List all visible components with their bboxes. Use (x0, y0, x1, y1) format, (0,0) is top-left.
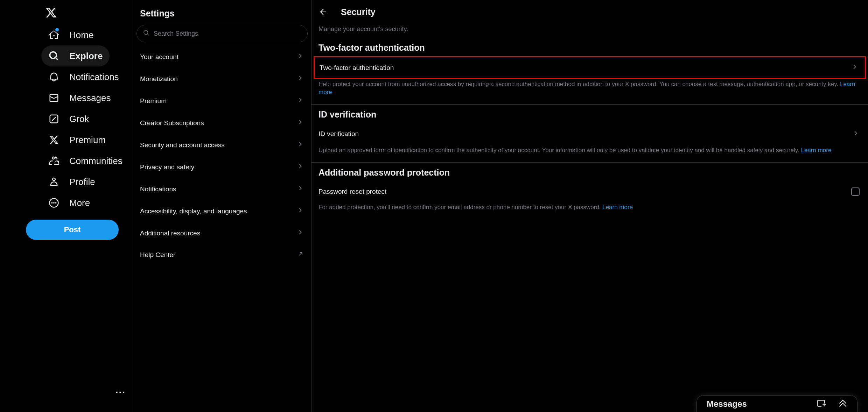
settings-item-privacy[interactable]: Privacy and safety (133, 156, 311, 178)
sidebar-item-label: Grok (69, 114, 89, 125)
settings-item-label: Your account (140, 53, 178, 61)
settings-item-label: Help Center (140, 251, 175, 259)
row-two-factor-auth[interactable]: Two-factor authentication (314, 56, 866, 79)
sidebar-item-explore[interactable]: Explore (41, 45, 110, 66)
chevron-right-icon (296, 206, 304, 216)
settings-item-additional-resources[interactable]: Additional resources (133, 222, 311, 244)
external-link-icon (297, 250, 304, 259)
password-reset-protect-checkbox[interactable] (851, 187, 860, 196)
page-subtitle: Manage your account's security. (312, 23, 868, 38)
sidebar-item-profile[interactable]: Profile (41, 171, 102, 192)
detail-column: Security Manage your account's security.… (312, 0, 868, 412)
settings-item-accessibility[interactable]: Accessibility, display, and languages (133, 200, 311, 222)
sidebar-item-grok[interactable]: Grok (41, 108, 96, 129)
chevron-right-icon (296, 184, 304, 194)
row-label: Two-factor authentication (320, 64, 394, 72)
page-title: Security (341, 7, 376, 17)
search-settings-input[interactable] (154, 30, 301, 37)
mail-icon (48, 92, 59, 104)
settings-item-monetization[interactable]: Monetization (133, 68, 311, 90)
chevron-right-icon (296, 74, 304, 84)
sidebar-item-label: Messages (69, 93, 111, 104)
sidebar-item-label: Profile (69, 177, 95, 187)
chevron-right-icon (852, 129, 860, 139)
settings-item-label: Accessibility, display, and languages (140, 207, 247, 215)
learn-more-link-app[interactable]: Learn more (602, 204, 633, 211)
section-heading-idv: ID verification (312, 105, 868, 123)
messages-drawer-title: Messages (707, 399, 747, 409)
svg-point-3 (51, 202, 52, 204)
post-button-label: Post (64, 225, 81, 234)
settings-column: Settings Your account Monetization Premi… (133, 0, 312, 412)
sidebar-item-label: Home (69, 30, 93, 41)
sidebar-item-home[interactable]: Home (41, 24, 100, 45)
post-button[interactable]: Post (26, 220, 119, 240)
sidebar-item-notifications[interactable]: Notifications (41, 66, 126, 87)
sidebar-item-label: Premium (69, 135, 106, 145)
x-logo[interactable] (41, 3, 61, 22)
settings-item-label: Notifications (140, 185, 176, 193)
section-heading-twofa: Two-factor authentication (312, 38, 868, 56)
row-label: ID verification (318, 130, 359, 138)
sidebar-item-label: Communities (69, 156, 122, 166)
sidebar-item-label: More (69, 198, 90, 208)
row-label: Password reset protect (318, 188, 386, 196)
sidebar-item-messages[interactable]: Messages (41, 87, 118, 108)
learn-more-link-idv[interactable]: Learn more (801, 147, 831, 154)
sidebar-item-communities[interactable]: Communities (41, 150, 130, 171)
chevron-right-icon (296, 96, 304, 106)
settings-item-creator-subscriptions[interactable]: Creator Subscriptions (133, 112, 311, 134)
bell-icon (48, 71, 59, 83)
sidebar-item-label: Notifications (69, 72, 119, 83)
settings-item-label: Security and account access (140, 141, 225, 149)
help-text-app: For added protection, you'll need to con… (312, 202, 868, 219)
sidebar-item-more[interactable]: More (41, 192, 97, 213)
svg-point-5 (55, 202, 57, 204)
settings-item-label: Additional resources (140, 229, 200, 237)
search-settings-box[interactable] (136, 25, 308, 42)
x-premium-icon (48, 134, 59, 145)
row-id-verification[interactable]: ID verification (312, 123, 868, 145)
section-heading-app: Additional password protection (312, 163, 868, 181)
settings-item-help-center[interactable]: Help Center (133, 244, 311, 265)
sidebar-item-premium[interactable]: Premium (41, 129, 113, 150)
chevron-right-icon (296, 118, 304, 128)
settings-title: Settings (133, 3, 311, 25)
svg-line-1 (52, 117, 56, 121)
settings-item-your-account[interactable]: Your account (133, 46, 311, 68)
messages-drawer[interactable]: Messages (696, 395, 858, 412)
settings-item-label: Premium (140, 97, 167, 105)
chevron-right-icon (296, 162, 304, 172)
settings-item-security-access[interactable]: Security and account access (133, 134, 311, 156)
search-icon (48, 50, 59, 62)
row-password-reset-protect: Password reset protect (312, 181, 868, 202)
detail-header: Security (312, 3, 868, 23)
primary-sidebar: Home Explore Notifications Messages Grok… (0, 0, 133, 412)
svg-point-4 (53, 202, 55, 204)
chevron-right-icon (296, 228, 304, 238)
new-message-icon[interactable] (817, 399, 826, 409)
expand-drawer-icon[interactable] (838, 399, 847, 409)
sidebar-item-label: Explore (69, 51, 103, 62)
help-text-idv: Upload an approved form of identificatio… (312, 145, 868, 162)
account-menu[interactable]: ··· (115, 387, 126, 398)
settings-item-label: Monetization (140, 75, 178, 83)
settings-item-label: Creator Subscriptions (140, 119, 204, 127)
settings-item-premium[interactable]: Premium (133, 90, 311, 112)
settings-item-label: Privacy and safety (140, 163, 194, 171)
communities-icon (48, 155, 59, 166)
notification-dot (55, 28, 59, 31)
grok-icon (48, 113, 59, 125)
settings-item-notifications[interactable]: Notifications (133, 178, 311, 200)
help-text-twofa: Help protect your account from unauthori… (312, 79, 868, 104)
chevron-right-icon (851, 63, 859, 72)
search-icon (143, 30, 149, 37)
chevron-right-icon (296, 52, 304, 62)
back-button[interactable] (318, 7, 328, 17)
chevron-right-icon (296, 140, 304, 150)
profile-icon (48, 176, 59, 187)
more-circle-icon (48, 197, 59, 208)
